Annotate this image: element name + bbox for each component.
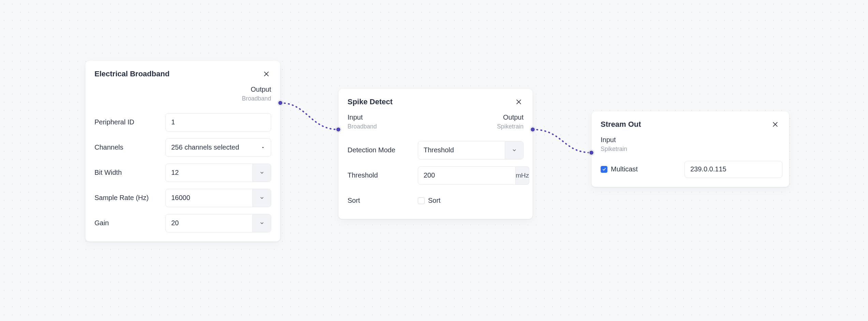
close-button[interactable] (262, 69, 271, 79)
port-output[interactable]: Output Broadband (242, 85, 271, 103)
node-electrical-broadband[interactable]: Electrical Broadband Output Broadband Pe… (85, 61, 280, 242)
chevron-down-icon (252, 214, 271, 232)
channels-label: Channels (94, 143, 123, 151)
port-input[interactable]: Input Spiketrain (601, 135, 627, 153)
port-input-label: Input (348, 113, 377, 122)
port-dot-stream-in[interactable] (589, 150, 594, 155)
chevron-down-icon (252, 164, 271, 182)
caret-down-icon (261, 145, 265, 150)
gain-value: 20 (166, 214, 252, 232)
chevron-down-icon (505, 141, 523, 159)
port-output-label: Output (497, 113, 524, 122)
sort-checkbox-row[interactable]: Sort (418, 197, 441, 204)
detection-mode-select[interactable]: Threshold (418, 141, 524, 159)
multicast-checkbox-row[interactable]: Multicast (601, 165, 638, 173)
bit-width-value: 12 (166, 164, 252, 182)
chevron-down-icon (252, 189, 271, 207)
peripheral-id-input[interactable] (165, 113, 271, 132)
port-dot-broadband-out[interactable] (278, 100, 283, 106)
detection-mode-value: Threshold (418, 141, 505, 159)
threshold-input[interactable] (418, 166, 516, 185)
gain-label: Gain (94, 219, 109, 227)
sort-checkbox-label: Sort (428, 197, 441, 204)
port-output-label: Output (242, 85, 271, 94)
close-button[interactable] (770, 120, 780, 129)
node-stream-out[interactable]: Stream Out Input Spiketrain Multicast (591, 111, 789, 187)
detection-mode-label: Detection Mode (348, 146, 395, 154)
sort-checkbox[interactable] (418, 197, 425, 204)
wire-broadband (280, 103, 338, 129)
multicast-label: Multicast (611, 165, 638, 173)
peripheral-id-label: Peripheral ID (94, 118, 134, 126)
wire-spiketrain (533, 129, 591, 153)
bit-width-label: Bit Width (94, 169, 122, 177)
port-input[interactable]: Input Broadband (348, 113, 377, 131)
channels-dropdown[interactable]: 256 channels selected (165, 138, 271, 157)
threshold-label: Threshold (348, 171, 378, 179)
multicast-address-input[interactable] (685, 161, 782, 178)
sample-rate-value: 16000 (166, 189, 252, 207)
close-icon (515, 98, 522, 105)
node-title: Electrical Broadband (94, 70, 170, 78)
port-output[interactable]: Output Spiketrain (497, 113, 524, 131)
port-dot-spike-in[interactable] (336, 127, 341, 132)
multicast-checkbox[interactable] (601, 166, 607, 173)
check-icon (602, 167, 606, 171)
node-title: Spike Detect (348, 97, 393, 106)
close-icon (263, 71, 270, 77)
threshold-unit: mHz (516, 166, 529, 185)
bit-width-select[interactable]: 12 (165, 164, 271, 182)
channels-value: 256 channels selected (171, 143, 239, 151)
gain-select[interactable]: 20 (165, 214, 271, 232)
port-input-type: Spiketrain (601, 145, 627, 153)
port-input-type: Broadband (348, 123, 377, 131)
sample-rate-label: Sample Rate (Hz) (94, 194, 149, 202)
node-title: Stream Out (601, 120, 641, 129)
sort-label: Sort (348, 197, 360, 204)
flow-canvas[interactable]: Electrical Broadband Output Broadband Pe… (0, 0, 868, 321)
close-button[interactable] (514, 97, 524, 107)
close-icon (772, 121, 779, 128)
port-output-type: Spiketrain (497, 123, 524, 131)
node-spike-detect[interactable]: Spike Detect Input Broadband Output Spik… (338, 89, 533, 219)
port-output-type: Broadband (242, 95, 271, 103)
port-dot-spike-out[interactable] (530, 127, 535, 132)
sample-rate-select[interactable]: 16000 (165, 189, 271, 207)
port-input-label: Input (601, 135, 627, 144)
